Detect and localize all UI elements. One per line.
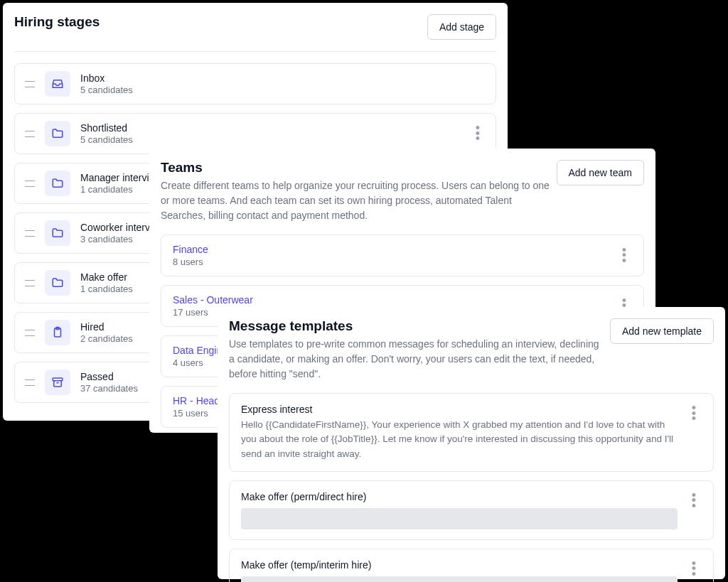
clipboard-icon: [45, 320, 70, 345]
add-team-button[interactable]: Add new team: [557, 160, 645, 185]
hiring-header: Hiring stages Add stage: [14, 14, 496, 40]
add-stage-button[interactable]: Add stage: [427, 14, 496, 40]
drag-handle-icon[interactable]: ——: [25, 278, 35, 287]
kebab-menu-icon[interactable]: •••: [470, 124, 486, 144]
kebab-menu-icon[interactable]: •••: [686, 491, 702, 511]
stage-count: 5 candidates: [80, 85, 486, 95]
stage-text: Shortlisted 5 candidates: [80, 122, 460, 145]
template-name: Express interest: [241, 404, 678, 415]
template-body-placeholder: [241, 576, 678, 582]
template-row[interactable]: Express interest Hello {{CandidateFirstN…: [229, 393, 714, 472]
svg-rect-2: [53, 378, 63, 381]
drag-handle-icon[interactable]: ——: [25, 328, 35, 337]
template-body-placeholder: [241, 508, 678, 529]
kebab-menu-icon[interactable]: •••: [686, 404, 702, 424]
templates-header: Message templates Use templates to pre-w…: [229, 318, 714, 382]
stage-name: Shortlisted: [80, 122, 460, 134]
folder-icon: [45, 121, 70, 146]
archive-icon: [45, 370, 70, 395]
template-row[interactable]: Make offer (temp/interim hire) •••: [229, 549, 714, 582]
stage-count: 5 candidates: [80, 134, 460, 145]
folder-icon: [45, 171, 70, 196]
stage-text: Inbox 5 candidates: [80, 72, 486, 95]
team-name: Sales - Outerwear: [173, 294, 253, 306]
templates-description: Use templates to pre-write common messag…: [229, 337, 606, 382]
template-name: Make offer (temp/interim hire): [241, 559, 678, 571]
template-row[interactable]: Make offer (perm/direct hire) •••: [229, 480, 714, 540]
teams-title: Teams: [161, 160, 557, 176]
folder-icon: [45, 270, 70, 296]
templates-title: Message templates: [229, 318, 606, 334]
template-name: Make offer (perm/direct hire): [241, 491, 678, 502]
template-body: Hello {{CandidateFirstName}}, Your exper…: [241, 418, 678, 461]
divider: [14, 51, 496, 52]
inbox-icon: [45, 71, 70, 97]
hiring-title: Hiring stages: [14, 14, 100, 30]
drag-handle-icon[interactable]: ——: [25, 178, 35, 188]
team-row[interactable]: Finance 8 users •••: [161, 235, 644, 276]
stage-name: Inbox: [80, 72, 486, 84]
drag-handle-icon[interactable]: ——: [25, 228, 35, 237]
drag-handle-icon[interactable]: ——: [25, 129, 35, 138]
teams-header: Teams Create different teams to help org…: [161, 160, 644, 223]
kebab-menu-icon[interactable]: •••: [616, 246, 632, 266]
drag-handle-icon[interactable]: ——: [25, 79, 35, 88]
folder-icon: [45, 220, 70, 246]
teams-description: Create different teams to help organize …: [161, 178, 557, 223]
kebab-menu-icon[interactable]: •••: [686, 559, 702, 579]
drag-handle-icon[interactable]: ——: [25, 377, 35, 387]
templates-panel: Message templates Use templates to pre-w…: [218, 307, 725, 579]
stage-row[interactable]: —— Inbox 5 candidates: [14, 63, 496, 104]
add-template-button[interactable]: Add new template: [610, 318, 714, 344]
team-users: 8 users: [173, 257, 208, 267]
team-name: Finance: [173, 244, 208, 255]
